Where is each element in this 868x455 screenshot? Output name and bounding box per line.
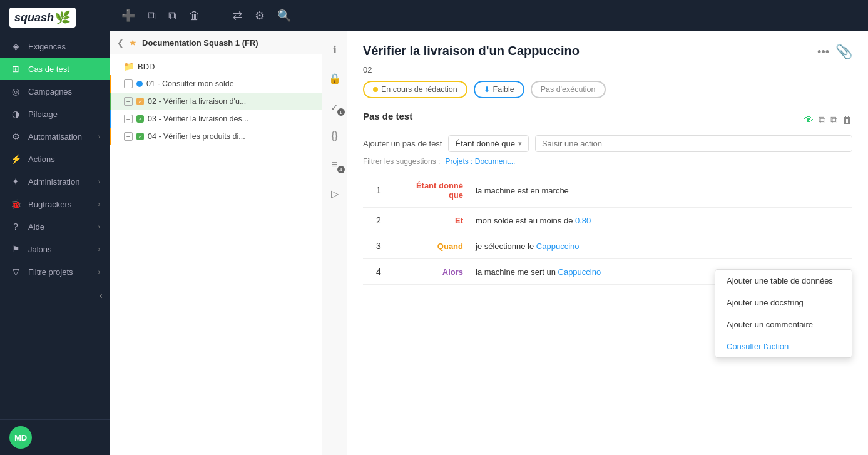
detail-header: Vérifier la livraison d'un Cappuccino ••… [363, 44, 852, 60]
context-item-add-table[interactable]: Ajouter une table de données [715, 270, 852, 292]
step-keyword-4: Alors [394, 259, 469, 285]
copy-icon[interactable]: ⧉ [145, 7, 158, 25]
folder-icon: 📁 [123, 61, 134, 71]
check-icon-btn[interactable]: ✓ 1 [326, 98, 344, 116]
table-row: 3 Quand je sélectionne le Cappuccino [363, 233, 852, 259]
folder-label: BDD [138, 62, 155, 71]
search-icon[interactable]: 🔍 [275, 6, 294, 25]
priority-badge-label: Faible [493, 85, 514, 94]
chevron-right-icon: › [98, 201, 100, 208]
filtre-icon: ▽ [9, 267, 22, 277]
sidebar-item-campagnes[interactable]: ◎ Campagnes [0, 80, 110, 103]
execution-badge[interactable]: Pas d'exécution [531, 81, 606, 98]
eye-icon[interactable]: 👁 [804, 115, 814, 126]
filter-link[interactable]: Projets : Document... [445, 157, 515, 166]
context-item-add-docstring[interactable]: Ajouter une docstring [715, 292, 852, 314]
status-dot-01 [136, 81, 143, 87]
jalons-icon: ⚑ [9, 244, 22, 254]
step-link-2[interactable]: 0.80 [575, 216, 591, 225]
code-icon-btn[interactable]: {} [326, 127, 344, 145]
logo-text: squash [14, 11, 54, 24]
add-step-row: Ajouter un pas de test Étant donné que ▾ [363, 135, 852, 152]
status-badge[interactable]: En cours de rédaction [363, 81, 467, 98]
lock-icon-btn[interactable]: 🔒 [326, 69, 344, 87]
step-number-2: 2 [363, 208, 394, 233]
actions-icon: ⚡ [9, 154, 22, 164]
priority-badge[interactable]: ⬇ Faible [474, 81, 524, 98]
sidebar-item-label: Cas de test [28, 64, 100, 74]
tree-item-01[interactable]: − 01 - Consulter mon solde [110, 75, 322, 93]
steps-table: 1 Étant donné que la machine est en marc… [363, 173, 852, 285]
paste-steps-icon[interactable]: ⧉ [830, 115, 837, 126]
sidebar-item-label: Pilotage [28, 110, 100, 119]
content-area: ❮ ★ Documentation Squash 1 (FR) 📁 BDD − … [110, 31, 868, 455]
expand-icon-02[interactable]: − [124, 97, 133, 106]
main-area: ➕ ⧉ ⧉ 🗑 ⇄ ⚙ 🔍 ❮ ★ Documentation Squash 1… [110, 0, 868, 455]
pilotage-icon: ◑ [9, 109, 22, 119]
step-link-3[interactable]: Cappuccino [536, 242, 580, 251]
step-number-1: 1 [363, 173, 394, 208]
sidebar-item-aide[interactable]: ? Aide › [0, 215, 110, 238]
play-icon-btn[interactable]: ▷ [326, 185, 344, 202]
tree-item-04[interactable]: − ✓ 04 - Vérifier les produits di... [110, 128, 322, 145]
step-number-4: 4 [363, 259, 394, 285]
sidebar-item-cas-de-test[interactable]: ⊞ Cas de test [0, 58, 110, 80]
avatar[interactable]: MD [9, 426, 32, 449]
context-item-add-comment[interactable]: Ajouter un commentaire [715, 314, 852, 335]
copy-steps-icon[interactable]: ⧉ [819, 115, 825, 126]
tree-item-02[interactable]: − ✓ 02 - Vérifier la livraison d'u... [110, 93, 322, 110]
detail-id: 02 [363, 65, 852, 74]
detail-header-icons: ••• 📎 [817, 44, 852, 60]
item-text-01: 01 - Consulter mon solde [146, 79, 317, 88]
sidebar-item-exigences[interactable]: ◈ Exigences [0, 35, 110, 58]
detail-title: Vérifier la livraison d'un Cappuccino [363, 44, 580, 58]
sidebar-item-label: Exigences [28, 42, 100, 51]
step-link-4[interactable]: Cappuccino [558, 267, 601, 277]
sidebar-item-label: Jalons [28, 245, 98, 254]
list-icon-btn[interactable]: ≡ 4 [326, 156, 344, 173]
more-options-icon[interactable]: ••• [817, 46, 829, 59]
add-icon[interactable]: ➕ [119, 6, 138, 25]
chevron-right-icon: › [98, 178, 100, 185]
delete-steps-icon[interactable]: 🗑 [842, 115, 852, 126]
step-type-dropdown[interactable]: Étant donné que ▾ [448, 135, 528, 152]
settings-icon[interactable]: ⚙ [252, 6, 267, 25]
chevron-right-icon: › [98, 133, 100, 140]
sidebar-item-pilotage[interactable]: ◑ Pilotage [0, 103, 110, 125]
tree-item-03[interactable]: − ✓ 03 - Vérifier la livraison des... [110, 110, 322, 128]
table-row: 2 Et mon solde est au moins de 0.80 [363, 208, 852, 233]
transfer-icon[interactable]: ⇄ [230, 6, 245, 25]
logo-area[interactable]: squash 🌿 [0, 0, 110, 35]
sidebar-item-actions[interactable]: ⚡ Actions [0, 148, 110, 170]
yellow-dot-icon [373, 87, 378, 92]
steps-section-toolbar: Pas de test 👁 ⧉ ⧉ 🗑 [363, 111, 852, 129]
expand-icon-01[interactable]: − [124, 79, 133, 88]
sidebar-item-bugtrackers[interactable]: 🐞 Bugtrackers › [0, 193, 110, 215]
sidebar-item-administration[interactable]: ✦ Administration › [0, 170, 110, 193]
step-number-3: 3 [363, 233, 394, 259]
paste-icon[interactable]: ⧉ [166, 7, 179, 25]
sidebar-item-automatisation[interactable]: ⚙ Automatisation › [0, 125, 110, 148]
context-item-consult-action[interactable]: Consulter l'action [715, 335, 852, 357]
step-action-input[interactable] [535, 135, 852, 152]
sidebar-item-filtre-projets[interactable]: ▽ Filtre projets › [0, 260, 110, 283]
tree-folder-bdd[interactable]: 📁 BDD [110, 58, 322, 75]
add-step-label: Ajouter un pas de test [363, 139, 442, 148]
priority-icon: ⬇ [484, 85, 490, 94]
delete-icon[interactable]: 🗑 [186, 7, 203, 25]
step-action-1: la machine est en marche [469, 173, 852, 208]
info-icon-btn[interactable]: ℹ [326, 41, 344, 58]
expand-icon-04[interactable]: − [124, 132, 133, 141]
bugtrackers-icon: 🐞 [9, 199, 22, 209]
attachment-icon[interactable]: 📎 [835, 44, 852, 60]
tree-panel: ❮ ★ Documentation Squash 1 (FR) 📁 BDD − … [110, 31, 322, 455]
sidebar-item-jalons[interactable]: ⚑ Jalons › [0, 238, 110, 260]
sidebar-item-label: Automatisation [28, 132, 98, 141]
item-text-02: 02 - Vérifier la livraison d'u... [148, 97, 317, 106]
expand-icon-03[interactable]: − [124, 115, 133, 123]
step-keyword-1: Étant donné que [394, 173, 469, 208]
sidebar-collapse-button[interactable]: ‹ [97, 288, 105, 303]
tree-collapse-icon[interactable]: ❮ [117, 38, 124, 48]
table-row: 1 Étant donné que la machine est en marc… [363, 173, 852, 208]
top-toolbar: ➕ ⧉ ⧉ 🗑 ⇄ ⚙ 🔍 [110, 0, 868, 31]
